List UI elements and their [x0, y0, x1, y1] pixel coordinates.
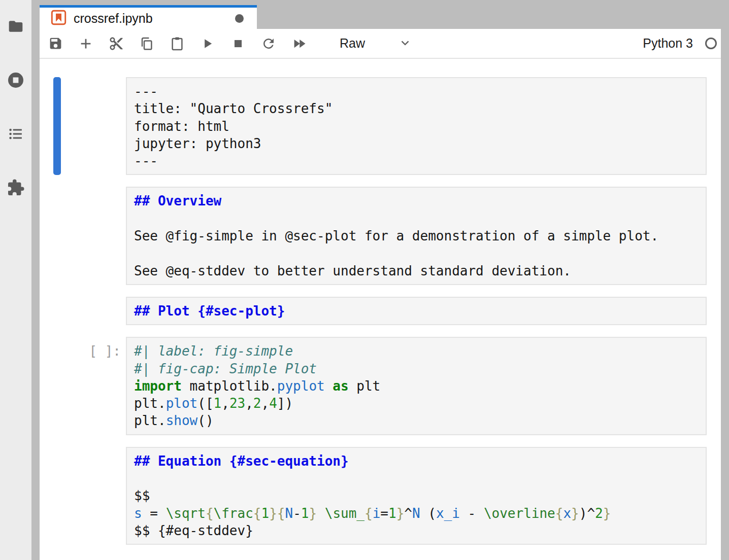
code-line: $$ — [134, 487, 699, 504]
code-line: format: html — [134, 118, 699, 135]
kernel-name[interactable]: Python 3 — [643, 36, 693, 51]
cell-collapser[interactable] — [53, 187, 61, 285]
main-panel: crossref.ipynb — [40, 0, 721, 560]
code-line: #| label: fig-simple — [134, 342, 699, 360]
code-line: --- — [134, 83, 699, 100]
code-line: plt.show() — [134, 412, 699, 429]
save-icon — [48, 36, 63, 51]
interrupt-kernel-button[interactable] — [229, 35, 247, 52]
sidebar-item-file-browser[interactable] — [0, 11, 31, 42]
code-line: ## Equation {#sec-equation} — [134, 452, 699, 470]
clipboard-icon — [170, 36, 185, 51]
plus-icon — [78, 36, 93, 51]
sidebar-item-extension-manager[interactable] — [0, 172, 31, 203]
cell-row: ## Equation {#sec-equation} $$s = \sqrt{… — [40, 447, 721, 545]
code-line — [134, 210, 699, 227]
code-line: jupyter: python3 — [134, 135, 699, 152]
cell-type-dropdown[interactable]: Raw — [340, 36, 412, 51]
sidebar-item-running-kernels[interactable] — [0, 65, 31, 95]
kernel-area: Python 3 — [643, 36, 717, 51]
code-cell[interactable]: #| label: fig-simple#| fig-cap: Simple P… — [126, 337, 707, 435]
code-line: #| fig-cap: Simple Plot — [134, 360, 699, 377]
stop-icon — [231, 37, 245, 50]
code-line: import matplotlib.pyplot as plt — [134, 377, 699, 395]
activity-sidebar — [0, 0, 31, 560]
code-line: plt.plot([1,23,2,4]) — [134, 395, 699, 412]
code-line: --- — [134, 152, 699, 169]
tab-crossref-ipynb[interactable]: crossref.ipynb — [40, 5, 257, 29]
markdown-cell[interactable]: ## Overview See @fig-simple in @sec-plot… — [126, 187, 707, 285]
code-line — [134, 244, 699, 262]
code-line: $$ {#eq-stddev} — [134, 522, 699, 539]
cell-row: ---title: "Quarto Crossrefs"format: html… — [40, 77, 721, 175]
cell-execution-prompt — [61, 297, 126, 325]
notebook-cells: ---title: "Quarto Crossrefs"format: html… — [40, 59, 721, 545]
paste-cell-button[interactable] — [169, 35, 186, 52]
stop-circle-icon — [7, 71, 25, 89]
cell-collapser[interactable] — [53, 297, 61, 325]
restart-kernel-button[interactable] — [260, 35, 277, 52]
code-line: See @fig-simple in @sec-plot for a demon… — [134, 227, 699, 244]
copy-cell-button[interactable] — [138, 35, 155, 52]
code-line: ## Overview — [134, 192, 699, 209]
markdown-cell[interactable]: ## Equation {#sec-equation} $$s = \sqrt{… — [126, 447, 707, 545]
cell-execution-prompt — [61, 77, 126, 175]
copy-icon — [139, 36, 154, 51]
insert-cell-button[interactable] — [77, 35, 94, 52]
scissors-icon — [109, 36, 124, 51]
code-line: title: "Quarto Crossrefs" — [134, 100, 699, 117]
code-line: ## Plot {#sec-plot} — [134, 302, 699, 320]
chevron-down-icon — [399, 36, 412, 51]
cut-cell-button[interactable] — [108, 35, 125, 52]
tab-bar: crossref.ipynb — [40, 0, 721, 29]
kernel-status-icon — [705, 38, 717, 49]
sidebar-divider — [31, 0, 40, 560]
window-right-edge — [721, 0, 729, 560]
notebook-icon — [51, 10, 67, 27]
raw-cell[interactable]: ---title: "Quarto Crossrefs"format: html… — [126, 77, 707, 175]
save-button[interactable] — [47, 35, 64, 52]
restart-icon — [261, 36, 276, 51]
play-icon — [201, 37, 215, 51]
code-line: See @eq-stddev to better understand stan… — [134, 262, 699, 279]
cell-row: ## Overview See @fig-simple in @sec-plot… — [40, 187, 721, 285]
fast-forward-icon — [291, 36, 307, 51]
cell-row: ## Plot {#sec-plot} — [40, 297, 721, 325]
list-icon — [8, 126, 24, 142]
cell-execution-prompt: [ ]: — [61, 337, 126, 435]
cell-collapser[interactable] — [53, 337, 61, 435]
cell-collapser[interactable] — [53, 447, 61, 545]
cell-row: [ ]:#| label: fig-simple#| fig-cap: Simp… — [40, 337, 721, 435]
code-line: s = \sqrt{\frac{1}{N-1} \sum_{i=1}^N (x_… — [134, 505, 699, 522]
cell-execution-prompt — [61, 187, 126, 285]
code-line — [134, 470, 699, 487]
puzzle-icon — [7, 179, 25, 197]
markdown-cell[interactable]: ## Plot {#sec-plot} — [126, 297, 707, 325]
dirty-indicator[interactable] — [235, 14, 244, 23]
run-all-button[interactable] — [290, 35, 308, 52]
notebook-toolbar: Raw Python 3 — [40, 29, 721, 59]
cell-collapser[interactable] — [53, 77, 61, 175]
jupyterlab-window: crossref.ipynb — [0, 0, 729, 560]
cell-type-value: Raw — [340, 36, 365, 51]
cell-execution-prompt — [61, 447, 126, 545]
tab-title: crossref.ipynb — [74, 11, 153, 26]
run-cell-button[interactable] — [199, 35, 216, 52]
sidebar-item-table-of-contents[interactable] — [0, 119, 31, 149]
folder-icon — [8, 18, 24, 34]
